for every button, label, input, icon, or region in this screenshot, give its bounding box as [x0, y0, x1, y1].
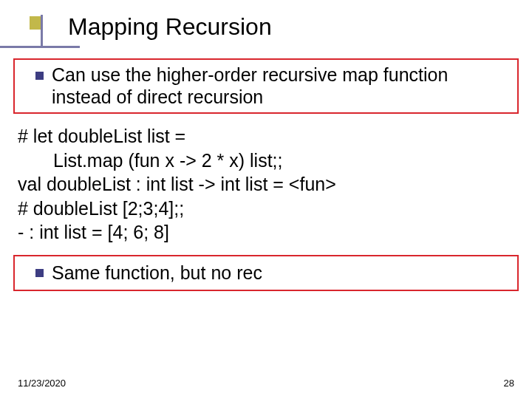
- decor-vline-icon: [41, 15, 43, 47]
- code-line-1: # let doubleList list =: [18, 124, 514, 149]
- code-line-3: val doubleList : int list -> int list = …: [18, 172, 514, 197]
- code-line-2: List.map (fun x -> 2 * x) list;;: [18, 149, 514, 173]
- footer-date: 11/23/2020: [18, 378, 66, 389]
- bullet-text-2: Same function, but no rec: [52, 262, 508, 284]
- bullet-icon: [35, 72, 44, 80]
- highlight-box-1: Can use the higher-order recursive map f…: [13, 58, 519, 114]
- code-line-5: - : int list = [4; 6; 8]: [18, 220, 514, 245]
- code-line-4: # doubleList [2;3;4];;: [18, 197, 514, 221]
- highlight-box-2: Same function, but no rec: [13, 255, 519, 292]
- code-block: # let doubleList list = List.map (fun x …: [18, 124, 514, 245]
- slide-header: Mapping Recursion: [0, 0, 532, 48]
- bullet-text-1: Can use the higher-order recursive map f…: [52, 64, 508, 108]
- slide-footer: 11/23/2020 28: [18, 378, 514, 389]
- bullet-icon: [35, 269, 44, 277]
- slide-title: Mapping Recursion: [68, 13, 532, 41]
- decor-hline-icon: [0, 46, 80, 48]
- footer-page: 28: [504, 378, 514, 389]
